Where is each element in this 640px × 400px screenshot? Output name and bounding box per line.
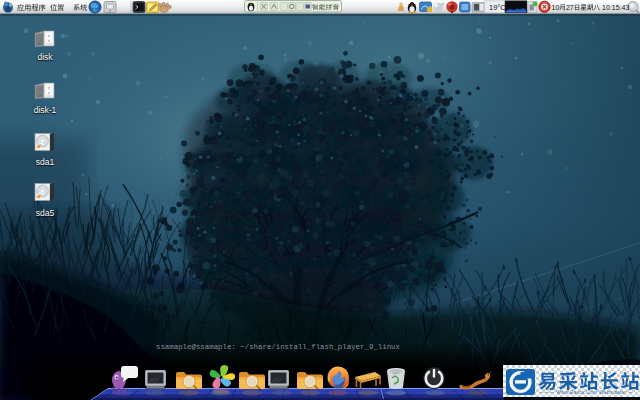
svg-text:19°C: 19°C	[489, 3, 506, 12]
svg-text:10: 10	[552, 4, 560, 11]
svg-text:10:15:43: 10:15:43	[602, 4, 629, 11]
svg-text:27: 27	[566, 4, 574, 11]
